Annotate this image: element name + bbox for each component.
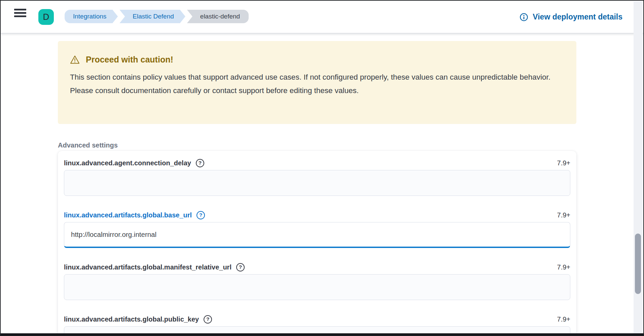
warning-callout-title: Proceed with caution! — [86, 54, 173, 65]
top-header: D IntegrationsElastic Defendelastic-defe… — [1, 1, 643, 33]
setting-value-input[interactable] — [64, 274, 570, 300]
help-question-icon[interactable]: ? — [236, 263, 245, 271]
setting-version-badge: 7.9+ — [557, 316, 570, 323]
setting-value-input[interactable] — [64, 222, 570, 248]
info-icon — [520, 13, 528, 22]
setting-version-badge: 7.9+ — [557, 211, 570, 219]
setting-label-row: linux.advanced.artifacts.global.base_url… — [64, 211, 570, 219]
setting-value-input[interactable] — [64, 170, 570, 196]
setting-label-row: linux.advanced.artifacts.global.public_k… — [64, 315, 570, 324]
help-question-icon[interactable]: ? — [196, 159, 204, 167]
setting-version-badge: 7.9+ — [557, 159, 570, 167]
advanced-settings-panel: linux.advanced.agent.connection_delay ? … — [58, 151, 576, 336]
view-deployment-details-label: View deployment details — [533, 12, 622, 22]
setting-version-badge: 7.9+ — [557, 263, 570, 271]
scrollbar-track[interactable] — [634, 1, 643, 333]
app-window: D IntegrationsElastic Defendelastic-defe… — [0, 0, 644, 336]
hamburger-bar — [14, 12, 26, 14]
help-question-icon[interactable]: ? — [204, 315, 212, 324]
help-question-icon[interactable]: ? — [196, 211, 205, 219]
setting-row: linux.advanced.artifacts.global.public_k… — [64, 315, 570, 336]
warning-callout-title-row: Proceed with caution! — [70, 54, 564, 65]
window-bottom-edge — [1, 333, 643, 335]
setting-name-label: linux.advanced.artifacts.global.manifest… — [64, 263, 231, 271]
setting-row: linux.advanced.artifacts.global.manifest… — [64, 263, 570, 300]
hamburger-bar — [14, 9, 26, 10]
scrollbar-thumb[interactable] — [635, 234, 641, 294]
advanced-settings-heading: Advanced settings — [58, 141, 118, 149]
setting-name-label: linux.advanced.agent.connection_delay — [64, 159, 191, 167]
setting-row: linux.advanced.artifacts.global.base_url… — [64, 211, 570, 248]
warning-callout-body: This section contains policy values that… — [70, 71, 564, 97]
breadcrumb-item-elastic-defend[interactable]: elastic-defend — [187, 10, 249, 23]
breadcrumb: IntegrationsElastic Defendelastic-defend — [65, 10, 249, 23]
setting-label-row: linux.advanced.artifacts.global.manifest… — [64, 263, 570, 271]
breadcrumb-item-integrations[interactable]: Integrations — [65, 10, 118, 23]
setting-name-label: linux.advanced.artifacts.global.base_url — [64, 211, 192, 219]
view-deployment-details-link[interactable]: View deployment details — [520, 1, 622, 33]
deployment-avatar[interactable]: D — [38, 9, 54, 25]
menu-hamburger-button[interactable] — [14, 9, 26, 17]
setting-label-row: linux.advanced.agent.connection_delay ? … — [64, 159, 570, 167]
warning-callout: Proceed with caution! This section conta… — [58, 41, 576, 124]
hamburger-bar — [14, 15, 26, 17]
warning-triangle-icon — [70, 55, 80, 64]
setting-row: linux.advanced.agent.connection_delay ? … — [64, 159, 570, 196]
setting-name-label: linux.advanced.artifacts.global.public_k… — [64, 316, 199, 323]
breadcrumb-item-elastic-defend[interactable]: Elastic Defend — [119, 10, 185, 23]
